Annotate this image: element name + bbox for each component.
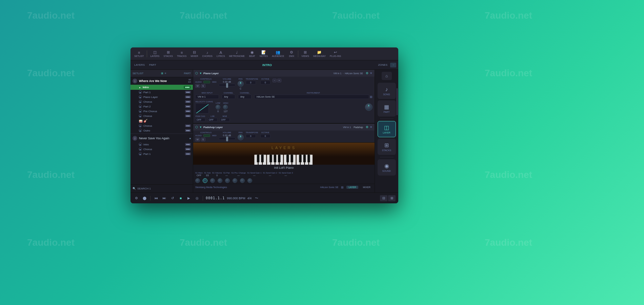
layer-tab[interactable]: LAYER xyxy=(346,186,358,189)
mixer-tab[interactable]: MIXER xyxy=(361,186,373,189)
toolbar-layers[interactable]: ◫ LAYERS xyxy=(148,49,161,58)
right-layer-btn[interactable]: ◫ LAYER xyxy=(378,121,396,137)
piano-knob-1[interactable] xyxy=(195,178,200,183)
toolbar-media-bay[interactable]: 📁 MEDIA BAY xyxy=(311,49,327,58)
expand-btn[interactable]: → xyxy=(390,63,396,67)
list-icon[interactable]: ≡ xyxy=(165,72,166,75)
piano-knob-4[interactable] xyxy=(218,178,222,183)
toolbar-metronome[interactable]: ♩ METRONOME xyxy=(227,49,246,58)
split-view-btn[interactable]: ⊟ xyxy=(380,195,387,201)
piano-image[interactable]: LAYERS xyxy=(193,143,375,165)
toolbar-plugins[interactable]: ↩ PLUG-INS xyxy=(328,49,343,58)
piano-knob-3[interactable] xyxy=(210,178,215,183)
toolbar-lyrics[interactable]: A LYRICS xyxy=(215,50,227,58)
padshop-audio-toggle[interactable] xyxy=(203,134,210,137)
home-btn[interactable]: ⌂ xyxy=(382,72,392,80)
part-item-pre-chorus-1[interactable]: ▶ Piano Layer ■■■ xyxy=(130,95,193,99)
transpose-input[interactable]: 0 xyxy=(246,81,256,84)
instrument-settings-icon[interactable]: ⊞ xyxy=(370,95,373,99)
piano-knob-8[interactable] xyxy=(247,178,252,183)
velocity-curve[interactable] xyxy=(195,103,209,114)
part-arrow-1: ▶ xyxy=(139,90,142,94)
part-item-outro[interactable]: ▶ Outro ■■■ xyxy=(130,128,193,133)
stop-btn[interactable]: ■ xyxy=(178,195,184,201)
right-part-btn[interactable]: ▦ PART xyxy=(378,100,396,117)
waveform-btn[interactable]: 〜 xyxy=(254,195,260,201)
toolbar-stacks[interactable]: ⊞ STACKS xyxy=(162,49,175,58)
padshop-s-button[interactable]: S xyxy=(201,138,205,141)
part-item-pre-chorus-2[interactable]: ▶ Pre Chorus ■■■ xyxy=(130,109,193,114)
piano-knob-6[interactable] xyxy=(233,178,237,183)
part-arrow-2: ▶ xyxy=(139,105,142,108)
padshop-volume-fader[interactable] xyxy=(219,137,236,140)
instrument2-display: HALion Sonic SE xyxy=(254,95,369,99)
padshop-octave[interactable]: 0 xyxy=(260,134,270,138)
toolbar-beat[interactable]: ◉ BEAT xyxy=(247,49,257,58)
padshop-pan-knob[interactable] xyxy=(238,134,244,140)
part-item-chorus-1[interactable]: ▶ Chorus ■■■ xyxy=(130,99,193,104)
piano-layer-close-icon[interactable]: ✕ xyxy=(370,72,373,75)
piano-knob-7[interactable] xyxy=(240,178,245,183)
minus-btn[interactable]: − xyxy=(273,79,277,82)
song-item-2[interactable]: 2 Never Save You Again ■ xyxy=(130,135,193,142)
rewind-btn[interactable]: ⏮ xyxy=(153,195,159,201)
padshop-power-icon[interactable]: ⬡ xyxy=(195,125,198,129)
s2-part-chorus[interactable]: ▶ Chorus ■■■ xyxy=(130,147,193,151)
toolbar-dmx[interactable]: ⚙ DMX xyxy=(286,49,297,58)
s-button[interactable]: S xyxy=(201,84,205,88)
padshop-transpose[interactable]: 0 xyxy=(246,134,256,138)
overdub-btn[interactable]: ◎ xyxy=(194,195,200,201)
loop-btn[interactable]: ↺ xyxy=(169,195,176,201)
right-sound-btn[interactable]: ◉ SOUND xyxy=(378,159,396,176)
volume-fader[interactable] xyxy=(219,84,236,86)
padshop-m-button[interactable]: M xyxy=(195,138,200,141)
m-button[interactable]: M xyxy=(195,84,200,88)
settings-transport-btn[interactable]: ⚙ xyxy=(133,195,139,201)
record-btn[interactable]: ⬤ xyxy=(141,195,147,201)
toolbar-views[interactable]: ⊞ VIEWS xyxy=(300,49,311,58)
full-view-btn[interactable]: ⊞ xyxy=(388,195,396,201)
plus-btn[interactable]: + xyxy=(277,79,281,82)
toolbar-tracks[interactable]: ≡ TRACKS xyxy=(175,50,188,58)
bottom-settings-icon[interactable]: ⊞ xyxy=(341,186,344,189)
part-item-chorus-2[interactable]: ▶ Chorus ■■■ xyxy=(130,114,193,118)
song-item-1[interactable]: 1 Where Are We Now 904/4 xyxy=(130,77,193,85)
padshop-expand-icon[interactable]: ▼ xyxy=(199,126,202,129)
prev-btn[interactable]: ⏭ xyxy=(161,195,167,201)
vel-knob-main[interactable] xyxy=(365,103,373,111)
layer-power-icon[interactable]: ⬡ xyxy=(195,72,198,75)
play-btn[interactable]: ▶ xyxy=(186,195,192,201)
grid-icon[interactable]: ⊞ xyxy=(161,72,163,75)
part-item-1[interactable]: ▶ Part 1 ■■■ xyxy=(130,90,193,95)
audio-toggle[interactable] xyxy=(203,81,210,83)
second-zones-btn[interactable]: ZONES xyxy=(376,63,389,67)
active-part-intro[interactable]: ▶ Intro ■■■ xyxy=(130,85,193,90)
pan-knob[interactable] xyxy=(238,81,244,87)
high-limit-knob[interactable] xyxy=(223,105,228,109)
toolbar-setlist[interactable]: ≡ SETLIST xyxy=(133,50,145,58)
toolbar-notes[interactable]: 📝 NOTES xyxy=(258,49,269,58)
lsb-select[interactable]: OFF xyxy=(207,118,218,122)
piano-knob-5[interactable] xyxy=(225,178,230,183)
piano-layer-settings-icon[interactable]: ⚙ xyxy=(366,72,368,75)
part-item-2[interactable]: ▶ Part 2 ■■■ xyxy=(130,104,193,109)
part-item-chorus-3[interactable]: ▶ Chorus ■■■ xyxy=(130,123,193,128)
octave-input[interactable]: 0 xyxy=(260,81,270,84)
s2-part-intro[interactable]: ▶ Intro ■■■ xyxy=(130,142,193,147)
pgm-chg-select[interactable]: OFF xyxy=(195,118,205,122)
right-song-btn[interactable]: ♪ SONG xyxy=(378,83,396,99)
s2-part-1[interactable]: ▶ Part 1 ■■■ xyxy=(130,151,193,156)
toolbar-chords[interactable]: ♪ CHORDS xyxy=(201,50,214,58)
second-part-btn[interactable]: PART xyxy=(147,63,158,67)
layer-expand-icon[interactable]: ▼ xyxy=(199,72,202,75)
search-input[interactable]: SEARCH 1 xyxy=(137,187,191,190)
msb-select[interactable]: OFF xyxy=(220,118,230,122)
piano-knob-2[interactable] xyxy=(203,178,207,183)
padshop-close-icon[interactable]: ✕ xyxy=(370,125,373,129)
right-stacks-btn[interactable]: ⊞ STACKS xyxy=(378,139,396,155)
low-limit-knob[interactable] xyxy=(216,105,220,109)
toolbar-mixer[interactable]: ⊟ MIXER xyxy=(189,49,200,58)
toolbar-audience[interactable]: 👥 AUDIENCE xyxy=(270,49,286,58)
second-layers-btn[interactable]: LAYERS xyxy=(133,63,146,67)
padshop-settings-icon[interactable]: ⚙ xyxy=(366,125,368,129)
